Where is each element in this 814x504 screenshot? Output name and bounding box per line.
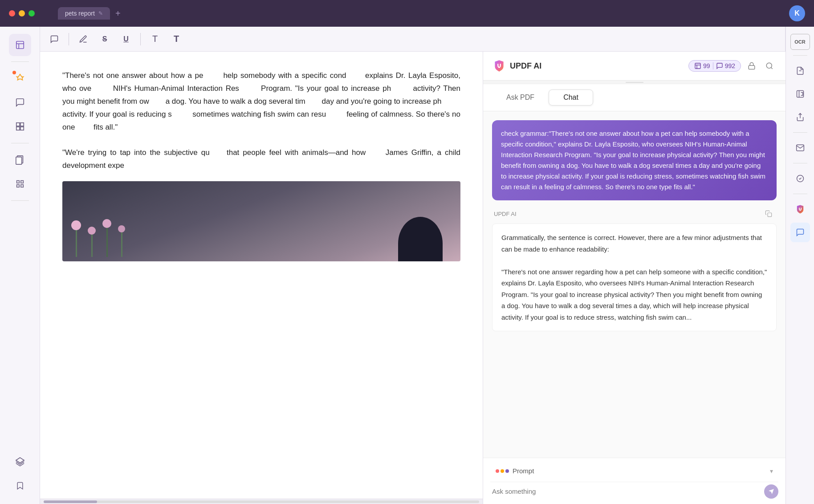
ai-search-icon[interactable] — [762, 59, 777, 73]
new-tab-button[interactable]: + — [115, 8, 121, 19]
ai-header-controls: 99 992 — [688, 59, 777, 73]
text-bold-tool-icon[interactable]: T — [169, 32, 183, 46]
document-tab[interactable]: pets report ✎ — [58, 7, 110, 20]
send-icon — [768, 488, 774, 495]
chat-counter-icon — [716, 62, 723, 69]
tab-edit-icon[interactable]: ✎ — [98, 10, 103, 16]
svg-rect-11 — [16, 185, 19, 187]
email-icon[interactable] — [790, 138, 810, 158]
horizontal-scrollbar[interactable] — [40, 499, 483, 504]
sidebar-item-layout[interactable] — [9, 115, 31, 138]
scan-document-icon[interactable] — [790, 61, 810, 81]
sidebar-item-bookmark[interactable] — [9, 475, 31, 497]
ai-tabs: Ask PDF Chat — [483, 84, 786, 111]
doc-counter-icon — [694, 62, 701, 69]
share-icon[interactable] — [790, 107, 810, 127]
toolbar: S U T T — [40, 27, 786, 52]
comment-tool-icon[interactable] — [47, 32, 61, 46]
chat-count: 992 — [725, 62, 735, 69]
copy-response-button[interactable] — [762, 207, 775, 220]
document-content: "There's not one answer about how a pet … — [40, 52, 483, 499]
svg-rect-4 — [20, 123, 23, 126]
tab-bar: pets report ✎ + — [58, 7, 121, 20]
title-bar: pets report ✎ + K — [0, 0, 814, 27]
ai-chat-area[interactable]: check grammar:"There's not one answer ab… — [483, 111, 786, 458]
svg-rect-14 — [695, 63, 700, 69]
updf-brand-icon[interactable] — [790, 199, 810, 219]
ai-prompt-bar: Prompt ▾ — [483, 458, 786, 504]
ai-input-row — [490, 482, 778, 500]
svg-rect-9 — [16, 181, 19, 183]
ai-lock-icon[interactable] — [745, 59, 759, 73]
extract-icon[interactable] — [790, 84, 810, 104]
counter-sep — [713, 62, 713, 69]
svg-rect-5 — [16, 127, 19, 130]
scrollbar-track[interactable] — [44, 500, 479, 503]
svg-rect-3 — [16, 123, 19, 126]
scrollbar-thumb[interactable] — [44, 500, 97, 503]
updf-logo-icon — [492, 59, 506, 73]
right-sidebar: OCR — [786, 27, 814, 504]
left-sidebar — [0, 27, 40, 504]
ai-logo: UPDF AI — [492, 59, 541, 73]
traffic-lights — [9, 10, 35, 16]
svg-rect-6 — [20, 127, 23, 130]
doc-wrapper: S U T T "There's not one answer about ho… — [40, 27, 786, 504]
pen-tool-icon[interactable] — [76, 32, 90, 46]
drag-handle — [626, 82, 643, 83]
sidebar-sep-3 — [11, 200, 29, 201]
tab-chat[interactable]: Chat — [549, 89, 593, 106]
right-sep-4 — [793, 194, 807, 194]
ai-response: UPDF AI Grammatically, the sentence is c… — [492, 207, 777, 331]
prompt-dot-orange — [501, 469, 504, 473]
ai-doc-counter[interactable]: 99 992 — [688, 60, 741, 72]
sidebar-item-comment[interactable] — [9, 91, 31, 114]
prompt-dot-red — [496, 469, 499, 473]
svg-rect-10 — [20, 181, 23, 183]
prompt-label: Prompt — [513, 467, 766, 475]
ai-logo-text: UPDF AI — [510, 61, 541, 71]
prompt-dots — [496, 469, 509, 473]
sidebar-item-reader[interactable] — [9, 34, 31, 56]
maximize-button[interactable] — [28, 10, 35, 16]
toolbar-sep-1 — [69, 33, 69, 45]
document-image — [62, 181, 460, 261]
tab-title: pets report — [65, 10, 95, 17]
document-area: "There's not one answer about how a pet … — [40, 52, 483, 504]
prompt-selector[interactable]: Prompt ▾ — [490, 463, 778, 478]
svg-rect-12 — [20, 185, 23, 187]
sidebar-item-highlight[interactable] — [9, 67, 31, 89]
user-avatar[interactable]: K — [789, 5, 805, 21]
svg-rect-8 — [16, 157, 21, 165]
doc-count: 99 — [703, 62, 710, 69]
doc-paragraph-1: "There's not one answer about how a pet … — [62, 69, 460, 134]
underline-tool-icon[interactable]: U — [119, 32, 133, 46]
ocr-tool-icon[interactable]: OCR — [790, 34, 810, 50]
close-button[interactable] — [9, 10, 15, 16]
strikethrough-tool-icon[interactable]: S — [98, 32, 112, 46]
ai-send-button[interactable] — [764, 484, 778, 499]
doc-main: "There's not one answer about how a pet … — [40, 52, 786, 504]
tab-ask-pdf[interactable]: Ask PDF — [492, 90, 549, 105]
sidebar-item-layers[interactable] — [9, 451, 31, 473]
ai-chat-panel-icon[interactable] — [790, 223, 810, 242]
minimize-button[interactable] — [19, 10, 25, 16]
text-tool-icon[interactable]: T — [148, 32, 162, 46]
user-message: check grammar:"There's not one answer ab… — [492, 120, 777, 200]
sidebar-sep-2 — [11, 143, 29, 143]
sidebar-item-pages[interactable] — [9, 149, 31, 171]
prompt-dot-purple — [505, 469, 509, 473]
sidebar-sep-1 — [11, 61, 29, 62]
sidebar-item-organize[interactable] — [9, 173, 31, 195]
ai-response-label: UPDF AI — [494, 211, 517, 217]
ai-response-header: UPDF AI — [492, 207, 777, 220]
ai-response-content: Grammatically, the sentence is correct. … — [492, 224, 777, 331]
ai-message-input[interactable] — [490, 484, 761, 499]
svg-rect-0 — [16, 41, 24, 49]
doc-paragraph-2: "We're trying to tap into the subjective… — [62, 146, 460, 172]
ai-panel: UPDF AI 99 — [483, 52, 786, 504]
save-icon[interactable] — [790, 169, 810, 188]
ai-minimize-bar — [483, 81, 786, 84]
svg-rect-17 — [749, 65, 755, 69]
svg-rect-19 — [768, 213, 772, 217]
